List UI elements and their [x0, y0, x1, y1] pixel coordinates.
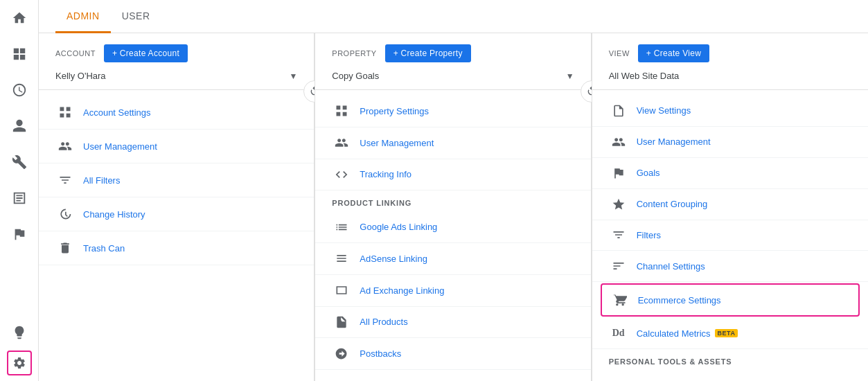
beta-badge: BETA — [715, 329, 738, 337]
menu-item-view-settings[interactable]: View Settings — [592, 96, 868, 127]
account-settings-label: Account Settings — [83, 107, 151, 118]
trash-can-label: Trash Can — [83, 243, 125, 254]
menu-item-tracking-info[interactable]: Tracking Info — [315, 159, 590, 191]
google-ads-label: Google Ads Linking — [360, 222, 437, 232]
flag-icon — [609, 163, 628, 183]
view-settings-label: View Settings — [637, 105, 691, 116]
personal-tools-section: PERSONAL TOOLS & ASSETS — [592, 349, 868, 370]
menu-item-channel-settings[interactable]: Channel Settings — [592, 251, 868, 282]
user-management-label: User Management — [83, 141, 157, 152]
settings-button[interactable] — [7, 351, 32, 375]
menu-item-view-user-management[interactable]: User Management — [592, 127, 868, 158]
all-filters-label: All Filters — [83, 175, 120, 186]
property-header: Property + Create Property — [315, 44, 590, 68]
ecommerce-settings-label: Ecommerce Settings — [638, 295, 721, 305]
sidebar-clock-icon[interactable] — [3, 73, 36, 107]
view-dropdown[interactable]: All Web Site Data — [592, 68, 868, 90]
property-arrow-icon: ▼ — [566, 71, 574, 81]
menu-item-content-grouping[interactable]: Content Grouping — [592, 189, 868, 220]
account-column: Account + Create Account Kelly O'Hara ▼ … — [39, 33, 315, 381]
goals-label: Goals — [637, 168, 660, 178]
doc-icon — [609, 101, 628, 121]
tab-user[interactable]: USER — [111, 0, 161, 33]
cart-icon — [610, 290, 630, 310]
menu-item-ecommerce-settings[interactable]: Ecommerce Settings — [601, 283, 860, 317]
sidebar-table-icon[interactable] — [3, 181, 36, 215]
view-filters-label: Filters — [637, 230, 661, 240]
sidebar-flag-icon[interactable] — [3, 218, 36, 251]
view-header: View + Create View — [592, 44, 868, 68]
menu-item-calculated-metrics[interactable]: Dd Calculated Metrics BETA — [592, 318, 868, 349]
sidebar-widgets-icon[interactable] — [3, 37, 36, 71]
content-grouping-label: Content Grouping — [637, 199, 708, 209]
account-dropdown[interactable]: Kelly O'Hara ▼ — [39, 68, 314, 90]
admin-columns: Account + Create Account Kelly O'Hara ▼ … — [39, 33, 868, 381]
property-people-icon — [332, 133, 351, 152]
dd-icon: Dd — [609, 324, 628, 343]
property-col: Property + Create Property Copy Goals ▼ … — [315, 33, 591, 381]
view-col: View + Create View All Web Site Data Vie… — [592, 33, 868, 381]
sidebar-wrench-icon[interactable] — [3, 145, 36, 179]
content-grouping-icon — [609, 195, 628, 214]
sidebar-home-icon[interactable] — [3, 1, 36, 35]
menu-item-property-settings[interactable]: Property Settings — [315, 96, 590, 127]
account-arrow-icon: ▼ — [289, 71, 297, 81]
view-value: All Web Site Data — [609, 71, 851, 81]
postbacks-icon — [332, 344, 351, 364]
create-property-button[interactable]: + Create Property — [385, 44, 471, 62]
menu-item-all-filters[interactable]: All Filters — [39, 163, 314, 197]
menu-item-user-management[interactable]: User Management — [39, 130, 314, 163]
tab-admin[interactable]: ADMIN — [55, 0, 111, 33]
channel-settings-icon — [609, 256, 628, 276]
menu-item-all-products[interactable]: All Products — [315, 307, 590, 339]
account-value: Kelly O'Hara — [55, 71, 289, 81]
view-column: View + Create View All Web Site Data Vie… — [592, 33, 868, 381]
top-nav: ADMIN USER — [39, 0, 868, 33]
property-settings-label: Property Settings — [360, 106, 429, 116]
view-label: View — [609, 49, 630, 57]
change-history-label: Change History — [83, 209, 145, 220]
menu-item-goals[interactable]: Goals — [592, 158, 868, 189]
sidebar-bottom — [0, 320, 38, 381]
menu-item-account-settings[interactable]: Account Settings — [39, 96, 314, 130]
menu-item-property-user-management[interactable]: User Management — [315, 127, 590, 159]
menu-item-adsense[interactable]: AdSense Linking — [315, 243, 590, 275]
view-people-icon — [609, 132, 628, 152]
property-user-management-label: User Management — [360, 138, 434, 148]
lightbulb-icon[interactable] — [7, 320, 32, 345]
calculated-metrics-label: Calculated Metrics — [637, 328, 711, 339]
adsense-label: AdSense Linking — [360, 254, 427, 264]
ad-exchange-icon — [332, 281, 351, 300]
property-settings-icon — [332, 101, 351, 121]
view-user-management-label: User Management — [637, 136, 711, 147]
tracking-info-label: Tracking Info — [360, 169, 411, 179]
adsense-icon — [332, 249, 351, 268]
sidebar — [0, 0, 39, 381]
people-icon — [55, 136, 75, 156]
property-value: Copy Goals — [332, 71, 565, 81]
menu-item-google-ads[interactable]: Google Ads Linking — [315, 211, 590, 243]
create-account-button[interactable]: + Create Account — [104, 44, 188, 62]
menu-item-ad-exchange[interactable]: Ad Exchange Linking — [315, 275, 590, 307]
history-icon — [55, 204, 75, 224]
all-products-label: All Products — [360, 317, 407, 327]
trash-icon — [55, 238, 75, 258]
filter-icon — [55, 170, 75, 190]
product-linking-section: PRODUCT LINKING — [315, 190, 590, 211]
property-column: Property + Create Property Copy Goals ▼ … — [315, 33, 592, 381]
account-col: Account + Create Account Kelly O'Hara ▼ … — [39, 33, 315, 381]
grid-icon — [55, 103, 75, 122]
view-filter-icon — [609, 225, 628, 245]
menu-item-trash-can[interactable]: Trash Can — [39, 231, 314, 265]
menu-item-change-history[interactable]: Change History — [39, 197, 314, 231]
property-label: Property — [332, 49, 376, 57]
all-products-icon — [332, 312, 351, 332]
postbacks-label: Postbacks — [360, 348, 401, 359]
main-content: ADMIN USER Account + Create Account Kell… — [39, 0, 868, 381]
menu-item-view-filters[interactable]: Filters — [592, 220, 868, 251]
create-view-button[interactable]: + Create View — [638, 44, 709, 62]
list-icon — [332, 218, 351, 237]
menu-item-postbacks[interactable]: Postbacks — [315, 338, 590, 370]
property-dropdown[interactable]: Copy Goals ▼ — [315, 68, 590, 90]
sidebar-person-icon[interactable] — [3, 109, 36, 143]
